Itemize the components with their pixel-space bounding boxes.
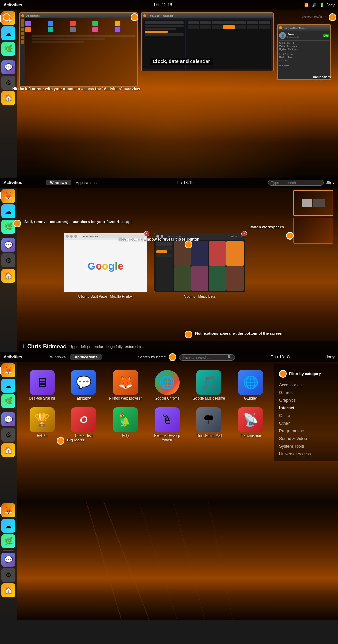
app-label-transmission: Transmission bbox=[240, 434, 261, 438]
launcher4-firefox[interactable]: 🦊 bbox=[1, 503, 15, 517]
apps-tabs: Windows Applications bbox=[46, 354, 102, 360]
app-icon-chrome: 🌐 bbox=[155, 370, 180, 395]
launcher-icon-music[interactable]: 🌿 bbox=[1, 42, 15, 56]
mini-app-8 bbox=[70, 27, 76, 32]
mini-icon-2 bbox=[21, 23, 24, 27]
app-icon-empathy: 💬 bbox=[71, 370, 96, 395]
launcher2-chat[interactable]: 💬 bbox=[1, 238, 15, 252]
music-window[interactable]: music beta Albums ▾ bbox=[154, 233, 245, 292]
cat-accessories[interactable]: Accessories bbox=[274, 381, 338, 389]
launcher-2: 🦊 ☁ 🌿 💬 ⚙ 🏠 bbox=[0, 188, 17, 352]
launcher3-cloud[interactable]: ☁ bbox=[1, 379, 15, 393]
cat-office[interactable]: Office bbox=[274, 412, 338, 419]
user-info-row: 👤 Joey Unavailable ON bbox=[279, 32, 329, 39]
apps-user[interactable]: Joey bbox=[326, 355, 335, 359]
cat-programming[interactable]: Programming bbox=[274, 427, 338, 435]
workspace-2-preview bbox=[294, 218, 333, 243]
overview-search-input[interactable] bbox=[268, 180, 324, 186]
launcher4-chat[interactable]: 💬 bbox=[1, 553, 15, 567]
launcher3-music[interactable]: 🌿 bbox=[1, 394, 15, 408]
desktop-thumb-apps[interactable]: Applications bbox=[19, 12, 138, 87]
launcher-icon-home[interactable]: 🏠 bbox=[1, 91, 15, 105]
cat-other[interactable]: Other bbox=[274, 419, 338, 427]
app-gwibber[interactable]: 🌐 Gwibber bbox=[231, 368, 270, 402]
launcher2-cloud[interactable]: ☁ bbox=[1, 204, 15, 218]
cat-games[interactable]: Games bbox=[274, 389, 338, 396]
launcher2-firefox[interactable]: 🦊 bbox=[1, 189, 15, 203]
mini-app-5 bbox=[115, 21, 120, 26]
launcher3-home[interactable]: 🏠 bbox=[1, 443, 15, 457]
launcher3-settings[interactable]: ⚙ bbox=[1, 428, 15, 442]
app-icon-transmission: 📡 bbox=[238, 407, 263, 432]
app-label-chrome: Google Chrome bbox=[155, 396, 180, 400]
cat-system-tools[interactable]: System Tools bbox=[274, 442, 338, 450]
tab-applications-apps[interactable]: Applications bbox=[70, 354, 102, 360]
firefox-window[interactable]: ubuntu.com Google bbox=[64, 233, 147, 292]
album-3 bbox=[209, 241, 226, 266]
launcher4-cloud[interactable]: ☁ bbox=[1, 519, 15, 533]
cat-sound-video[interactable]: Sound & Video bbox=[274, 435, 338, 442]
cat-internet[interactable]: Internet bbox=[274, 404, 338, 412]
category-panel: Filter by category Accessories Games Gra… bbox=[274, 364, 338, 461]
app-remote-desktop[interactable]: 🖱 Remote Desktop Viewer bbox=[148, 405, 187, 444]
menu-logout: Log Out bbox=[279, 59, 329, 62]
thumb2-title: Thu 13:18 — Calendar bbox=[148, 15, 173, 17]
tab-applications[interactable]: Applications bbox=[72, 180, 101, 185]
svg-line-0 bbox=[86, 502, 121, 620]
music-close-btn[interactable]: ✕ bbox=[241, 231, 247, 236]
launcher2-home[interactable]: 🏠 bbox=[1, 269, 15, 283]
topbar-right: 📶 🔊 🔋 Joey bbox=[304, 2, 335, 8]
callout-text-switch-ws: Switch workspaces bbox=[249, 225, 284, 229]
callout-dot-search bbox=[169, 353, 176, 361]
tab-windows-apps[interactable]: Windows bbox=[46, 354, 70, 360]
app-icon-gwibber: 🌐 bbox=[238, 370, 263, 395]
svg-line-3 bbox=[174, 502, 205, 620]
overview-activities[interactable]: Activities bbox=[3, 180, 22, 185]
workspace-thumbnails bbox=[293, 190, 335, 244]
app-refren[interactable]: 🏆 Refrén bbox=[23, 405, 62, 444]
ff-max bbox=[74, 235, 77, 238]
tab-windows[interactable]: Windows bbox=[46, 180, 71, 185]
menu-system-settings: System Settings bbox=[279, 48, 329, 51]
app-chrome[interactable]: 🌐 Google Chrome bbox=[148, 368, 187, 402]
launcher3-firefox[interactable]: 🦊 bbox=[1, 363, 15, 377]
app-label-firefox: Firefox Web Browser bbox=[109, 396, 142, 400]
launcher4-music[interactable]: 🌿 bbox=[1, 534, 15, 548]
apps-activities[interactable]: Activities bbox=[3, 355, 22, 359]
desktop-thumb-usermenu[interactable]: Joey — User Menu 👤 Joey Unavailable ON N… bbox=[277, 24, 331, 80]
workspace-1-preview bbox=[294, 191, 333, 215]
svg-line-1 bbox=[104, 502, 149, 620]
app-label-gwibber: Gwibber bbox=[244, 396, 257, 400]
callout-text-launcher: Add, remove and arrange launchers for yo… bbox=[24, 220, 133, 224]
app-icon-remote-desktop: 🖱 bbox=[155, 407, 180, 432]
app-transmission[interactable]: 📡 Transmission bbox=[231, 405, 270, 444]
launcher4-settings[interactable]: ⚙ bbox=[1, 568, 15, 582]
callout-dot-filter bbox=[279, 370, 287, 378]
apps-search-input[interactable] bbox=[179, 354, 235, 361]
launcher3-chat[interactable]: 💬 bbox=[1, 412, 15, 426]
launcher-icon-cloud[interactable]: ☁ bbox=[1, 26, 15, 40]
app-poly[interactable]: 🦜 Poly bbox=[106, 405, 145, 444]
activities-button[interactable]: Activities bbox=[3, 2, 22, 7]
launcher4-home[interactable]: 🏠 bbox=[1, 583, 15, 597]
workspace-1[interactable] bbox=[293, 190, 333, 216]
launcher-icon-chat[interactable]: 💬 bbox=[1, 60, 15, 74]
thumb3-title: Joey — User Menu bbox=[284, 27, 305, 29]
app-thunderbird[interactable]: 🌩 Thunderbird Mail bbox=[190, 405, 229, 444]
app-music-frame[interactable]: 🎵 Google Music Frame bbox=[190, 368, 229, 402]
ff-close-btn[interactable]: ✕ bbox=[144, 231, 149, 236]
app-firefox[interactable]: 🦊 Firefox Web Browser bbox=[106, 368, 145, 402]
app-desktop-sharing[interactable]: 🖥 Desktop Sharing bbox=[23, 368, 62, 402]
launcher2-settings[interactable]: ⚙ bbox=[1, 253, 15, 267]
album-4 bbox=[226, 241, 244, 266]
workspace-2[interactable] bbox=[293, 218, 333, 244]
app-empathy[interactable]: 💬 Empathy bbox=[64, 368, 103, 402]
music-sidebar bbox=[156, 241, 173, 291]
user-name[interactable]: Joey bbox=[327, 3, 335, 7]
mini-icon-3 bbox=[21, 28, 24, 31]
cat-universal-access[interactable]: Universal Access bbox=[274, 450, 338, 458]
mini-app-6 bbox=[25, 27, 31, 32]
cat-graphics[interactable]: Graphics bbox=[274, 396, 338, 404]
app-label-opera: Opera Next bbox=[75, 434, 93, 438]
svg-line-2 bbox=[139, 502, 177, 620]
